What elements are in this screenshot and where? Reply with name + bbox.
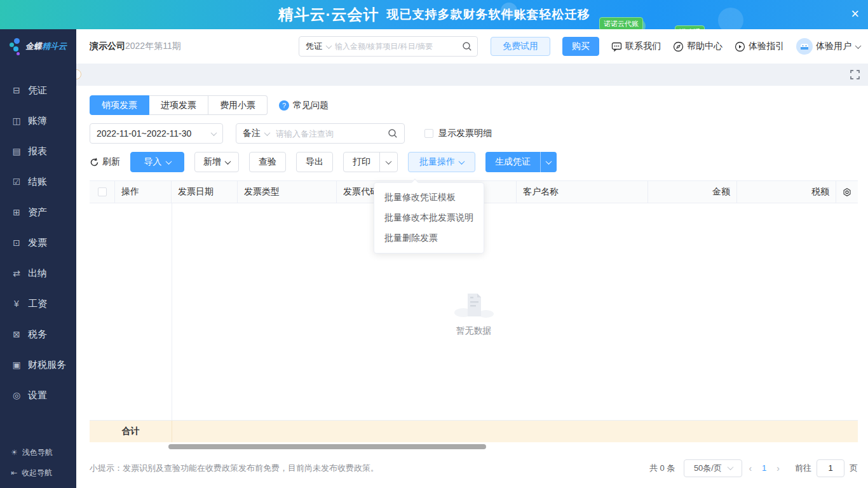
sidebar-item-label: 资产 xyxy=(28,207,47,219)
sidebar-item-settings[interactable]: ◎设置 xyxy=(0,380,76,410)
checkbox-icon[interactable] xyxy=(98,187,107,196)
chevron-down-icon[interactable] xyxy=(326,43,332,49)
chevron-down-icon[interactable] xyxy=(264,130,271,136)
column-invoice-date: 发票日期 xyxy=(172,181,238,203)
sidebar-item-cashier[interactable]: ⇄出纳 xyxy=(0,258,76,288)
menu-item-batch-delete[interactable]: 批量删除发票 xyxy=(374,228,484,248)
header-actions: 免费试用 购买 联系我们 帮助中心 体验指引 体验用户 xyxy=(491,29,860,64)
prev-page-button[interactable]: ‹ xyxy=(746,463,754,473)
faq-link[interactable]: ? 常见问题 xyxy=(279,100,329,111)
ledger-icon: ◫ xyxy=(11,116,22,126)
global-search-input[interactable] xyxy=(335,42,462,51)
page-unit-label: 页 xyxy=(850,463,858,474)
banner-close-icon[interactable]: × xyxy=(851,6,859,22)
menu-item-edit-voucher-template[interactable]: 批量修改凭证模板 xyxy=(374,187,484,208)
import-button[interactable]: 导入 xyxy=(130,152,184,172)
scrollbar-thumb[interactable] xyxy=(168,444,486,449)
sidebar-item-label: 报表 xyxy=(28,146,47,158)
light-nav-label: 浅色导航 xyxy=(22,447,53,458)
sidebar-item-ledger[interactable]: ◫账簿 xyxy=(0,105,76,136)
remark-search-input[interactable] xyxy=(276,129,388,139)
main-area: 演示公司 2022年第11期 凭证 免费试用 购买 联系我们 帮助中心 体验指引 xyxy=(76,29,868,488)
collapse-icon: ⇤ xyxy=(11,468,17,477)
next-page-button[interactable]: › xyxy=(774,463,782,473)
sidebar-item-asset[interactable]: ⊞资产 xyxy=(0,197,76,227)
global-search-box[interactable]: 凭证 xyxy=(299,36,478,57)
promo-banner: 精斗云·云会计 现已支持多款财务软件账套轻松迁移 诺诺云代账 诺账通 × xyxy=(0,0,868,29)
select-all-cell[interactable] xyxy=(90,181,115,203)
add-label: 新增 xyxy=(203,156,221,168)
invoice-page: 销项发票 进项发票 费用小票 ? 常见问题 2022-11-01~2022-11… xyxy=(76,86,868,488)
tab-purchase-invoice[interactable]: 进项发票 xyxy=(149,95,208,115)
page-size-select[interactable]: 50条/页 xyxy=(684,459,742,477)
print-button[interactable]: 打印 xyxy=(344,152,379,172)
company-selector[interactable]: 演示公司 2022年第11期 xyxy=(76,41,181,52)
collapse-nav-button[interactable]: ⇤收起导航 xyxy=(0,463,76,483)
sidebar-item-invoice[interactable]: ⊡发票 xyxy=(0,227,76,258)
guide-link[interactable]: 体验指引 xyxy=(735,41,784,52)
verify-button[interactable]: 查验 xyxy=(249,152,286,172)
column-tax: 税额 xyxy=(737,181,836,203)
tax-icon: ⊠ xyxy=(11,329,22,339)
batch-operations-menu: 批量修改凭证模板 批量修改本批发票说明 批量删除发票 xyxy=(374,182,484,254)
tab-expense-receipt[interactable]: 费用小票 xyxy=(208,95,268,115)
finance-service-icon: ▣ xyxy=(11,360,22,370)
sidebar-item-closing[interactable]: ☑结账 xyxy=(0,166,76,197)
sidebar-item-report[interactable]: ▤报表 xyxy=(0,136,76,166)
goto-page-input[interactable] xyxy=(817,459,844,477)
asset-icon: ⊞ xyxy=(11,207,22,217)
light-nav-toggle[interactable]: ☀浅色导航 xyxy=(0,442,76,463)
refresh-button[interactable]: 刷新 xyxy=(90,156,120,168)
show-detail-label: 显示发票明细 xyxy=(438,128,492,139)
remark-field-select[interactable]: 备注 xyxy=(243,128,261,139)
free-trial-button[interactable]: 免费试用 xyxy=(491,37,550,56)
sidebar-item-salary[interactable]: ¥工资 xyxy=(0,288,76,319)
gear-icon[interactable] xyxy=(843,187,851,198)
voucher-icon: ⊟ xyxy=(11,85,22,95)
contact-us-link[interactable]: 联系我们 xyxy=(611,41,661,52)
search-icon[interactable] xyxy=(462,41,472,51)
column-operation: 操作 xyxy=(115,181,172,203)
sidebar-item-label: 结账 xyxy=(28,176,47,188)
remark-search-box[interactable]: 备注 xyxy=(236,123,405,144)
generate-voucher-dropdown-button[interactable] xyxy=(540,152,557,172)
pagination: 共 0 条 50条/页 ‹ 1 › 前往 页 xyxy=(649,459,858,477)
add-button[interactable]: 新增 xyxy=(194,152,239,172)
top-header: 演示公司 2022年第11期 凭证 免费试用 购买 联系我们 帮助中心 体验指引 xyxy=(76,29,868,64)
user-menu[interactable]: 体验用户 xyxy=(796,38,860,55)
banner-title-main: 精斗云·云会计 xyxy=(278,4,379,25)
show-detail-checkbox[interactable]: 显示发票明细 xyxy=(424,128,492,139)
print-dropdown-button[interactable] xyxy=(379,152,397,172)
sidebar-item-label: 出纳 xyxy=(28,268,47,280)
export-button[interactable]: 导出 xyxy=(296,152,333,172)
logo-text: 金蝶精斗云 xyxy=(25,41,67,52)
column-settings-cell[interactable] xyxy=(836,181,858,203)
contact-us-label: 联系我们 xyxy=(625,41,661,52)
company-name: 演示公司 xyxy=(90,41,125,52)
generate-voucher-button[interactable]: 生成凭证 xyxy=(485,152,540,172)
menu-item-edit-batch-note[interactable]: 批量修改本批发票说明 xyxy=(374,208,484,228)
sidebar-item-label: 发票 xyxy=(28,237,47,249)
current-page[interactable]: 1 xyxy=(758,463,770,473)
sidebar-item-tax[interactable]: ⊠税务 xyxy=(0,319,76,349)
sidebar-item-finance-service[interactable]: ▣财税服务 xyxy=(0,349,76,380)
chevron-down-icon xyxy=(225,158,231,165)
help-center-link[interactable]: 帮助中心 xyxy=(673,41,722,52)
total-row-divider xyxy=(172,421,172,442)
collapsed-widget[interactable] xyxy=(76,69,81,79)
fullscreen-icon[interactable] xyxy=(850,69,860,83)
search-category[interactable]: 凭证 xyxy=(306,41,322,52)
tab-sales-invoice[interactable]: 销项发票 xyxy=(90,95,149,115)
date-range-select[interactable]: 2022-11-01~2022-11-30 xyxy=(90,123,223,144)
question-icon: ? xyxy=(279,100,289,111)
batch-operations-button[interactable]: 批量操作 xyxy=(408,152,475,172)
checkbox-icon[interactable] xyxy=(424,129,433,138)
import-label: 导入 xyxy=(144,156,162,168)
closing-icon: ☑ xyxy=(11,177,22,187)
search-icon[interactable] xyxy=(388,128,398,139)
brand-jingdouyun: 精斗云 xyxy=(42,41,67,51)
sidebar-item-voucher[interactable]: ⊟凭证 xyxy=(0,75,76,105)
sidebar-item-label: 设置 xyxy=(28,390,47,402)
buy-button[interactable]: 购买 xyxy=(562,37,599,56)
app-logo[interactable]: 金蝶精斗云 xyxy=(0,29,76,64)
